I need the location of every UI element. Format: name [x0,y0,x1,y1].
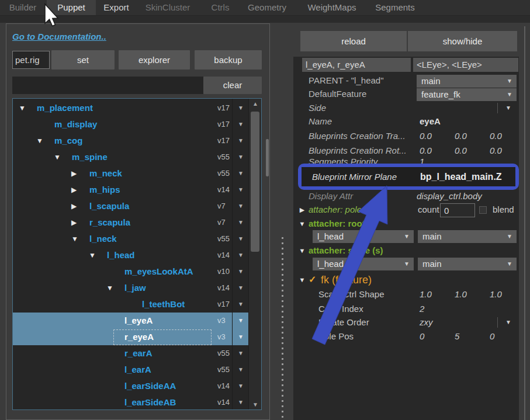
version-dropdown-icon[interactable]: ▼ [234,378,248,394]
expand-icon[interactable]: ▶ [71,182,77,198]
version-dropdown-icon[interactable]: ▼ [234,362,248,378]
pole-pos-x[interactable]: 0 [420,330,424,343]
tab-puppet[interactable]: Puppet [47,0,96,15]
scroll-thumb[interactable] [251,112,259,252]
backup-button[interactable]: backup [195,50,262,70]
collapse-icon[interactable]: ▼ [54,149,61,165]
name-value[interactable]: eyeA [420,115,441,128]
tree-item-l_earSideAB[interactable]: l_earSideABv14▼ [13,394,248,410]
bp-translate-y[interactable]: 0.0 [455,130,467,143]
tab-builder[interactable]: Builder [5,0,41,15]
version-dropdown-icon[interactable]: ▼ [234,394,248,410]
scroll-up-icon[interactable]: ▲ [249,100,262,107]
pole-pos-y[interactable]: 5 [455,330,459,343]
bp-translate-x[interactable]: 0.0 [420,130,432,143]
tab-skincluster[interactable]: SkinCluster [143,0,193,15]
tree-item-l_head[interactable]: ▼l_headv14▼ [13,247,248,263]
fk-feature-label[interactable]: fk (feature) [321,272,372,285]
default-feature-combo[interactable]: feature_fk ▼ [417,88,517,101]
tree-item-l_neck[interactable]: ▼l_neckv55▼ [13,231,248,247]
color-index-value[interactable]: 2 [420,303,424,315]
tree-item-l_teethBot[interactable]: l_teethBotv17▼ [13,296,248,313]
bp-translate-z[interactable]: 0.0 [490,130,502,143]
tab-weightmaps[interactable]: WeightMaps [306,0,358,15]
version-dropdown-icon[interactable]: ▼ [234,165,248,182]
documentation-link[interactable]: Go to Documentation.. [12,32,106,41]
scale-space-combo[interactable]: main ▼ [418,258,517,270]
version-dropdown-icon[interactable]: ▼ [234,345,248,362]
tree-item-l_jaw[interactable]: ▼l_jawv14▼ [13,280,248,296]
version-dropdown-icon[interactable]: ▼ [234,116,248,133]
version-dropdown-icon[interactable]: ▼ [234,296,248,313]
attacher-scale-label[interactable]: attacher: scale (s) [309,244,383,257]
collapse-icon[interactable]: ▼ [106,280,113,296]
tree-item-m_neck[interactable]: ▶m_neckv55▼ [13,165,248,182]
splitter-handle[interactable] [266,139,269,176]
pole-pos-z[interactable]: 0 [490,330,494,343]
version-dropdown-icon[interactable]: ▼ [234,247,248,263]
version-dropdown-icon[interactable]: ▼ [234,329,248,345]
expand-icon[interactable]: ▶ [71,214,77,231]
scroll-down-icon[interactable]: ▼ [249,401,262,408]
tree-item-m_spine[interactable]: ▼m_spinev55▼ [13,149,248,165]
showhide-button[interactable]: show/hide [408,31,517,51]
scale-ctrl-x[interactable]: 1.0 [420,288,432,301]
tab-export[interactable]: Export [97,0,136,15]
version-dropdown-icon[interactable]: ▼ [234,214,248,231]
clear-button[interactable]: clear [203,77,262,94]
scale-ctrl-z[interactable]: 1.0 [490,288,502,301]
splitter-dotted-line[interactable] [282,237,283,420]
collapse-icon[interactable]: ▼ [297,244,307,257]
collapse-icon[interactable]: ▼ [71,231,78,247]
tree-item-l_earSideAA[interactable]: l_earSideAAv14▼ [13,378,248,394]
tab-geometry[interactable]: Geometry [245,0,289,15]
collapse-icon[interactable]: ▼ [89,247,96,263]
rig-name-field[interactable]: pet.rig [12,51,50,69]
version-dropdown-icon[interactable]: ▼ [234,198,248,214]
tree-item-m_hips[interactable]: ▶m_hipsv14▼ [13,182,248,198]
scale-target-combo[interactable]: l_head ▼ [313,258,414,270]
scale-ctrl-y[interactable]: 1.0 [455,288,467,301]
rotate-order-arrow-icon[interactable]: ▼ [501,316,515,329]
version-dropdown-icon[interactable]: ▼ [234,182,248,198]
root-space-combo[interactable]: main ▼ [418,230,517,243]
tree-item-m_cog[interactable]: ▼m_cogv17▼ [13,133,248,149]
tree-item-m_display[interactable]: m_displayv17▼ [13,116,248,133]
side-combo-arrow-icon[interactable]: ▼ [501,102,515,114]
collapse-icon[interactable]: ▼ [19,100,26,116]
parent-combo[interactable]: main ▼ [417,75,517,88]
tab-ctrls[interactable]: Ctrls [203,0,237,15]
tree-item-l_scapula[interactable]: ▶l_scapulav7▼ [13,198,248,214]
mirror-plane-value[interactable]: bp_l_head_main.Z [420,167,502,186]
expand-icon[interactable]: ▶ [297,203,307,216]
tree-item-r_earA[interactable]: r_earAv55▼ [13,345,248,362]
tree-item-l_eyeA[interactable]: l_eyeAv3▼ [13,313,248,329]
collapse-icon[interactable]: ▼ [297,217,307,230]
version-dropdown-icon[interactable]: ▼ [234,280,248,296]
bp-rotate-y[interactable]: 0.0 [455,144,467,157]
attacher-pole-label[interactable]: attacher: pole ( [309,203,367,216]
tree-item-m_placement[interactable]: ▼m_placementv17▼ [13,100,248,116]
version-dropdown-icon[interactable]: ▼ [234,263,248,280]
tree-item-r_eyeA[interactable]: r_eyeAv3▼ [13,329,248,345]
version-dropdown-icon[interactable]: ▼ [234,149,248,165]
expand-icon[interactable]: ▶ [71,165,77,182]
version-dropdown-icon[interactable]: ▼ [234,100,248,116]
expand-icon[interactable]: ▶ [71,198,77,214]
pole-count-input[interactable] [440,203,475,217]
display-attr-value[interactable]: display_ctrl.body [417,190,482,203]
version-dropdown-icon[interactable]: ▼ [234,313,248,329]
rotate-order-value[interactable]: zxy [420,316,433,329]
version-dropdown-icon[interactable]: ▼ [234,231,248,247]
collapse-icon[interactable]: ▼ [36,133,43,149]
tree-item-m_eyesLookAtA[interactable]: m_eyesLookAtAv10▼ [13,263,248,280]
version-dropdown-icon[interactable]: ▼ [234,133,248,149]
tree-item-l_earA[interactable]: l_earAv55▼ [13,362,248,378]
bp-rotate-z[interactable]: 0.0 [490,144,502,157]
collapse-icon[interactable]: ▼ [297,272,307,285]
reload-button[interactable]: reload [300,31,407,51]
search-input[interactable] [12,77,203,94]
tree-scrollbar[interactable]: ▲ ▼ [248,99,261,409]
root-target-combo[interactable]: l_head ▼ [313,230,414,243]
set-button[interactable]: set [51,50,115,70]
